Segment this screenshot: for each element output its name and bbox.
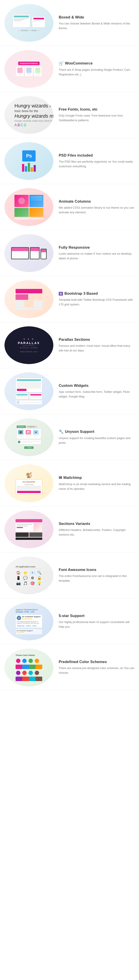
feature-color-schemes: Theme Color Palette xyxy=(0,644,139,690)
feature-content-unyson: 🔧 Unyson Support Unyson support for crea… xyxy=(59,429,134,445)
feature-title-free-fonts: Free Fonts, Icons, etc xyxy=(59,107,134,111)
feature-animate-columns: Animate Columns We added CSS3 animation … xyxy=(0,184,139,230)
feature-content-color-schemes: Predefined Color Schemes There are sever… xyxy=(59,660,134,675)
feature-boxed-wide: — BOXED — WIDE — Boxed & Wide You can ch… xyxy=(0,0,139,46)
feature-content-fully-responsive: Fully Responsive Looks awesome no matter… xyxy=(59,245,134,261)
feature-free-fonts: Hungry wizards make toxic brew for the H… xyxy=(0,92,139,138)
feature-parallax: ◈ ◈ ◈ PARALLAX SCROLL DOWN www.theme.com… xyxy=(0,322,139,368)
feature-title-sections-variants: Sections Variants xyxy=(59,522,134,526)
feature-title-animate-columns: Animate Columns xyxy=(59,199,134,204)
feature-title-mailchimp: ✉ Mailchimp xyxy=(59,475,134,480)
feature-image-animate-columns xyxy=(5,188,53,226)
feature-psd-files: Ps PSD Files included The PSD files are … xyxy=(0,138,139,184)
feature-desc-boxed-wide: You can choose between Boxed & Wide vers… xyxy=(59,21,134,31)
feature-content-bootstrap: B Bootstrap 3 Based Template built with … xyxy=(59,291,134,307)
feature-image-sections-variants xyxy=(5,511,53,548)
feature-content-free-fonts: Free Fonts, Icons, etc Only Google Fonts… xyxy=(59,107,134,123)
feature-title-psd-files: PSD Files included xyxy=(59,153,134,158)
feature-image-psd-files: Ps xyxy=(5,142,53,180)
feature-desc-parallax: Famous and modern 'must have' visual eff… xyxy=(59,344,134,353)
feature-custom-widgets: Custom Widgets Ajax contact form, Subscr… xyxy=(0,368,139,414)
feature-desc-mailchimp: MailChimp is an email marketing service … xyxy=(59,482,134,492)
feature-image-unyson: Elements Content A... 🖼 📊 ⚙ xyxy=(5,418,53,456)
feature-desc-unyson: Unyson support for creating beautiful cu… xyxy=(59,436,134,445)
feature-title-parallax: Parallax Sections xyxy=(59,337,134,342)
feature-title-bootstrap: B Bootstrap 3 Based xyxy=(59,291,134,296)
feature-content-5star-support: 5-star Support Our highly professional t… xyxy=(59,614,134,629)
feature-sections-variants: Sections Variants Different Headers, Bre… xyxy=(0,506,139,552)
feature-unyson: Elements Content A... 🖼 📊 ⚙ xyxy=(0,414,139,460)
feature-content-custom-widgets: Custom Widgets Ajax contact form, Subscr… xyxy=(59,383,134,399)
feature-image-5star-support: Agency / Responsive & Multiple HTML. CSS… xyxy=(5,603,53,640)
feature-image-mailchimp: 🐒 Our Newsletter SUBSCRIBE xyxy=(5,465,53,502)
feature-image-boxed-wide: — BOXED — WIDE — xyxy=(5,4,53,42)
feature-content-sections-variants: Sections Variants Different Headers, Bre… xyxy=(59,522,134,537)
feature-desc-animate-columns: We added CSS3 animation library to our t… xyxy=(59,205,134,215)
feature-image-free-fonts: Hungry wizards make toxic brew for the H… xyxy=(5,96,53,134)
feature-desc-bootstrap: Template built with Twitter Bootstrap CS… xyxy=(59,298,134,307)
feature-desc-color-schemes: There are several pre-designed color sch… xyxy=(59,666,134,675)
feature-title-boxed-wide: Boxed & Wide xyxy=(59,15,134,19)
feature-desc-free-fonts: Only Google Fonts used. Font Awesome Ico… xyxy=(59,113,134,123)
bootstrap-icon: B xyxy=(59,292,63,296)
feature-fully-responsive: Fully Responsive Looks awesome no matter… xyxy=(0,230,139,276)
feature-image-fully-responsive xyxy=(5,234,53,272)
feature-title-5star-support: 5-star Support xyxy=(59,614,134,618)
feature-woocommerce: Featured Products xyxy=(0,46,139,92)
woo-icon: 🛒 xyxy=(59,61,64,66)
feature-mailchimp: 🐒 Our Newsletter SUBSCRIBE ✉ Mailchimp M… xyxy=(0,460,139,506)
feature-content-woocommerce: 🛒 WooCommerce There are 6 Shop pages (in… xyxy=(59,61,134,77)
feature-image-custom-widgets xyxy=(5,372,53,410)
feature-desc-psd-files: The PSD files are perfectly organized, s… xyxy=(59,159,134,169)
feature-desc-font-awesome: The entire FontAwesome icon set is integ… xyxy=(59,574,134,583)
unyson-icon: 🔧 xyxy=(59,429,64,434)
feature-desc-sections-variants: Different Headers, Breadcrumbs, Footers,… xyxy=(59,528,134,537)
feature-5star-support: Agency / Responsive & Multiple HTML. CSS… xyxy=(0,598,139,644)
feature-image-woocommerce: Featured Products xyxy=(5,50,53,88)
feature-bootstrap: B Bootstrap 3 Based Template built with … xyxy=(0,276,139,322)
feature-desc-custom-widgets: Ajax contact form, Subscribe form, Twitt… xyxy=(59,390,134,399)
feature-content-boxed-wide: Boxed & Wide You can choose between Boxe… xyxy=(59,15,134,31)
feature-title-fully-responsive: Fully Responsive xyxy=(59,245,134,250)
feature-title-custom-widgets: Custom Widgets xyxy=(59,383,134,388)
feature-desc-woocommerce: There are 6 Shop pages (including Single… xyxy=(59,68,134,77)
feature-image-parallax: ◈ ◈ ◈ PARALLAX SCROLL DOWN www.theme.com xyxy=(5,326,53,364)
feature-image-font-awesome: All Application Icons 🏠 ⭐ 📧 🔍 📱 💬 ⚙ 🔒 📷 … xyxy=(5,557,53,594)
feature-image-bootstrap xyxy=(5,280,53,318)
feature-image-color-schemes: Theme Color Palette xyxy=(5,649,53,686)
feature-content-parallax: Parallax Sections Famous and modern 'mus… xyxy=(59,337,134,353)
feature-desc-5star-support: Our highly professional team of support … xyxy=(59,620,134,629)
feature-content-mailchimp: ✉ Mailchimp MailChimp is an email market… xyxy=(59,475,134,492)
feature-content-psd-files: PSD Files included The PSD files are per… xyxy=(59,153,134,169)
feature-content-font-awesome: Font Awesome Icons The entire FontAwesom… xyxy=(59,568,134,583)
feature-title-font-awesome: Font Awesome Icons xyxy=(59,568,134,572)
feature-title-unyson: 🔧 Unyson Support xyxy=(59,429,134,434)
feature-content-animate-columns: Animate Columns We added CSS3 animation … xyxy=(59,199,134,215)
feature-desc-fully-responsive: Looks awesome no matter if Your visitors… xyxy=(59,251,134,261)
feature-font-awesome: All Application Icons 🏠 ⭐ 📧 🔍 📱 💬 ⚙ 🔒 📷 … xyxy=(0,552,139,598)
feature-title-woocommerce: 🛒 WooCommerce xyxy=(59,61,134,66)
feature-title-color-schemes: Predefined Color Schemes xyxy=(59,660,134,664)
mailchimp-icon: ✉ xyxy=(59,475,62,480)
